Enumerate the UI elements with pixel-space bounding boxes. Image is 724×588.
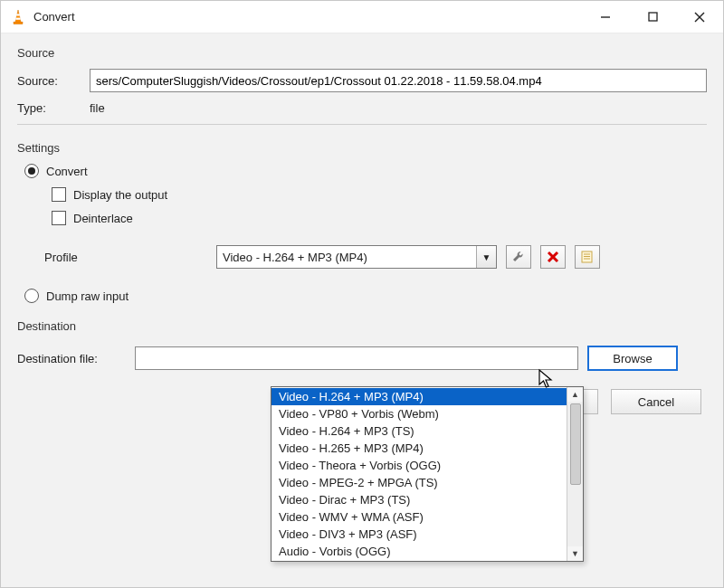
delete-icon (547, 251, 559, 263)
profile-option[interactable]: Video - H.265 + MP3 (MP4) (272, 440, 567, 457)
new-profile-button[interactable] (575, 245, 600, 269)
destination-file-label: Destination file: (17, 352, 126, 365)
profile-option[interactable]: Video - Dirac + MP3 (TS) (272, 491, 567, 508)
profile-option[interactable]: Video - H.264 + MP3 (MP4) (272, 388, 567, 405)
scroll-thumb[interactable] (570, 403, 581, 485)
profile-dropdown[interactable]: Video - H.264 + MP3 (MP4)Video - VP80 + … (271, 386, 584, 562)
chevron-down-icon[interactable]: ▼ (476, 246, 496, 268)
profile-option[interactable]: Audio - Vorbis (OGG) (272, 543, 567, 560)
vlc-cone-icon (10, 9, 26, 25)
destination-group-label: Destination (17, 319, 707, 333)
maximize-button[interactable] (629, 1, 676, 33)
convert-radio-label: Convert (46, 165, 88, 178)
source-group-label: Source (17, 46, 707, 60)
delete-profile-button[interactable] (540, 245, 566, 269)
titlebar: Convert (1, 1, 723, 33)
type-value: file (90, 101, 105, 115)
dump-raw-radio[interactable]: Dump raw input (17, 289, 707, 303)
profile-option[interactable]: Video - MPEG-2 + MPGA (TS) (272, 474, 567, 491)
settings-group-label: Settings (17, 141, 707, 155)
browse-button[interactable]: Browse (587, 346, 678, 371)
close-button[interactable] (676, 1, 723, 33)
profile-option[interactable]: Video - WMV + WMA (ASF) (272, 508, 567, 526)
scroll-down-icon[interactable]: ▼ (567, 546, 583, 561)
display-output-checkbox[interactable]: Display the output (44, 187, 707, 202)
destination-group: Destination Destination file: Browse (17, 319, 707, 371)
deinterlace-label: Deinterlace (73, 212, 133, 225)
svg-rect-3 (14, 22, 23, 24)
source-label: Source: (17, 74, 81, 88)
profile-dropdown-list: Video - H.264 + MP3 (MP4)Video - VP80 + … (272, 387, 567, 561)
convert-dialog: Convert Source Source: Type: file (0, 0, 724, 588)
profile-option[interactable]: Video - H.264 + MP3 (TS) (272, 422, 567, 440)
profile-option[interactable]: Video - Theora + Vorbis (OGG) (272, 457, 567, 474)
svg-rect-2 (15, 17, 20, 19)
convert-radio[interactable]: Convert (17, 164, 707, 178)
deinterlace-checkbox[interactable]: Deinterlace (44, 211, 707, 225)
scroll-up-icon[interactable]: ▲ (567, 387, 583, 402)
cancel-button[interactable]: Cancel (611, 389, 701, 414)
source-group: Source Source: Type: file (17, 46, 707, 125)
dialog-content: Source Source: Type: file Settings Conve… (1, 33, 723, 587)
source-path-input[interactable] (90, 69, 707, 92)
profile-selected-value: Video - H.264 + MP3 (MP4) (223, 251, 367, 264)
profile-label: Profile (17, 251, 207, 264)
svg-rect-5 (649, 13, 657, 21)
edit-profile-button[interactable] (506, 245, 531, 269)
profile-option[interactable]: Video - VP80 + Vorbis (Webm) (272, 405, 567, 422)
radio-icon (24, 164, 39, 178)
profile-option[interactable]: Video - DIV3 + MP3 (ASF) (272, 526, 567, 543)
type-label: Type: (17, 101, 81, 115)
source-divider (17, 124, 707, 125)
window-title: Convert (33, 10, 582, 24)
profile-combobox[interactable]: Video - H.264 + MP3 (MP4) ▼ (216, 245, 497, 269)
destination-file-input[interactable] (135, 346, 578, 370)
display-output-label: Display the output (73, 188, 167, 202)
svg-marker-0 (15, 10, 21, 23)
minimize-button[interactable] (582, 1, 629, 33)
settings-group: Settings Convert Display the output Dein… (17, 141, 707, 303)
wrench-icon (511, 250, 526, 264)
dump-raw-label: Dump raw input (46, 289, 129, 303)
checkbox-icon (52, 211, 66, 225)
dropdown-scrollbar[interactable]: ▲ ▼ (567, 387, 583, 561)
radio-icon (24, 289, 39, 303)
new-profile-icon (580, 250, 595, 264)
svg-rect-1 (16, 14, 20, 15)
checkbox-icon (52, 187, 66, 202)
